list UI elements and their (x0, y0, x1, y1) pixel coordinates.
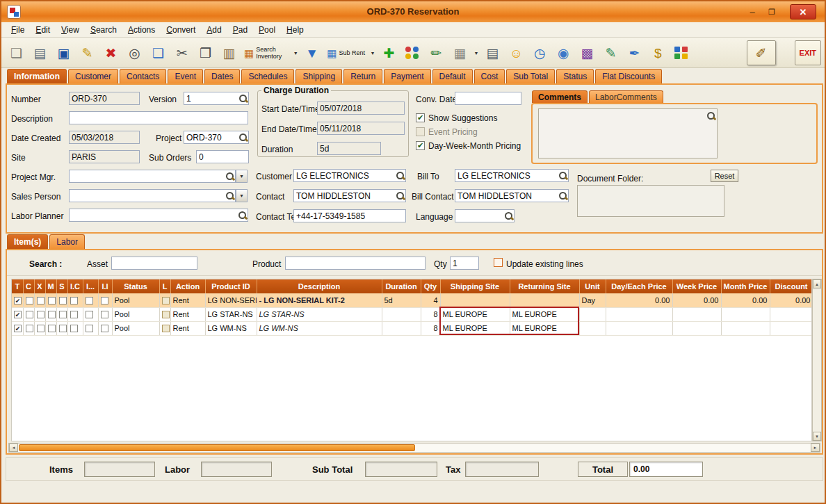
document-folder-box[interactable] (577, 185, 724, 217)
col-header-i-c[interactable]: I.C (67, 279, 83, 293)
col-header-duration[interactable]: Duration (382, 279, 421, 293)
tab-dates[interactable]: Dates (204, 69, 240, 83)
product-search-input[interactable] (285, 257, 426, 270)
copy-button[interactable]: ❐ (194, 40, 217, 65)
col-header-s[interactable]: S (56, 279, 67, 293)
col-header-action[interactable]: Action (170, 279, 205, 293)
bill-contact-field[interactable] (455, 189, 569, 202)
comments-textarea[interactable] (538, 108, 718, 158)
menu-file[interactable]: File (6, 24, 30, 36)
delete-button[interactable]: ✖ (99, 40, 122, 65)
row-checkbox[interactable] (48, 297, 56, 304)
cell-discount[interactable]: 0.00 (770, 293, 812, 307)
date-created-field[interactable] (69, 131, 140, 144)
edit-note-button[interactable]: ✏ (425, 40, 448, 65)
cell-product_id[interactable]: LG WM-NS (205, 321, 257, 335)
tab-labor[interactable]: Labor (49, 234, 85, 249)
col-header-returning-site[interactable]: Returning Site (510, 279, 579, 293)
row-checkbox[interactable] (70, 311, 78, 318)
cell-month_price[interactable] (721, 321, 770, 335)
col-header-t[interactable]: T (12, 279, 23, 293)
col-header-day-each-price[interactable]: Day/Each Price (606, 279, 672, 293)
search-inventory-dropdown-arrow[interactable]: ▼ (291, 41, 300, 65)
labor-planner-search-icon[interactable] (238, 211, 247, 220)
project-mgr-dropdown[interactable]: ▼ (236, 170, 248, 183)
save-button[interactable]: ▣ (52, 40, 75, 65)
row-checkbox[interactable] (37, 311, 44, 318)
col-header-week-price[interactable]: Week Price (672, 279, 721, 293)
sales-person-field[interactable] (69, 189, 236, 202)
item-row[interactable]: ✔PoolRentLG NON-SERIA...- LG NON-SERIAL … (12, 293, 812, 307)
tab-flat-discounts[interactable]: Flat Discounts (595, 69, 662, 83)
col-header-status[interactable]: Status (112, 279, 159, 293)
cut-scissors-button[interactable]: ✂ (170, 40, 193, 65)
event-pricing-checkbox[interactable] (416, 127, 425, 136)
menu-add[interactable]: Add (201, 24, 227, 36)
day-week-month-checkbox[interactable]: ✔ (416, 141, 425, 150)
row-checkbox[interactable] (59, 311, 67, 318)
qty-input[interactable] (450, 257, 479, 270)
bill-to-field[interactable] (455, 169, 569, 182)
cell-day_each_price[interactable]: 0.00 (606, 293, 672, 307)
sub-orders-field[interactable] (196, 150, 249, 163)
edit-notepad-button[interactable]: ✎ (599, 40, 622, 65)
grid-menu-button[interactable]: ▦ (448, 40, 471, 65)
colored-balls-button[interactable] (401, 40, 424, 65)
menu-pool[interactable]: Pool (253, 24, 281, 36)
exit-button[interactable]: EXIT (795, 40, 821, 65)
number-field[interactable] (69, 92, 140, 105)
col-header-description[interactable]: Description (257, 279, 382, 293)
duration-field[interactable] (317, 142, 381, 155)
clock-button[interactable]: ◷ (528, 40, 551, 65)
tab-contacts[interactable]: Contacts (120, 69, 166, 83)
search-inventory-button[interactable]: ▦Search Inventory (241, 40, 291, 65)
cell-unit[interactable] (579, 307, 606, 321)
new-document-button[interactable]: ❏ (5, 40, 28, 65)
bill-contact-search-icon[interactable] (558, 191, 567, 200)
cell-unit[interactable]: Day (579, 293, 606, 307)
customer-field[interactable] (293, 169, 406, 182)
col-header-unit[interactable]: Unit (579, 279, 606, 293)
conv-date-field[interactable] (455, 92, 521, 105)
menu-convert[interactable]: Convert (161, 24, 201, 36)
cell-day_each_price[interactable] (606, 307, 672, 321)
title-bar[interactable]: ORD-370 Reservation – ❐ ✕ (1, 1, 825, 22)
row-checkbox[interactable] (48, 325, 56, 332)
sub-rent-dropdown-arrow[interactable]: ▼ (369, 41, 377, 65)
tab-sub-total[interactable]: Sub Total (506, 69, 555, 83)
cell-returning_site[interactable]: ML EUROPE (510, 321, 579, 335)
smiley-button[interactable]: ☺ (505, 40, 528, 65)
cell-description[interactable]: LG STAR-NS (257, 307, 382, 321)
show-suggestions-checkbox[interactable]: ✔ (416, 113, 425, 122)
money-button[interactable]: $ (647, 40, 670, 65)
tab-schedules[interactable]: Schedules (241, 69, 294, 83)
sub-rent-button[interactable]: ▦Sub Rent (324, 40, 368, 65)
cell-week_price[interactable] (672, 321, 721, 335)
contact-search-icon[interactable] (396, 191, 405, 200)
row-checkbox[interactable] (101, 297, 108, 304)
cell-month_price[interactable]: 0.00 (721, 293, 770, 307)
tab-comments[interactable]: Comments (532, 90, 588, 103)
contact-field[interactable] (293, 189, 406, 202)
scroll-right-arrow[interactable]: ► (811, 444, 820, 452)
row-checkbox[interactable] (70, 325, 78, 332)
cell-duration[interactable]: 5d (382, 293, 421, 307)
cell-month_price[interactable] (721, 307, 770, 321)
row-checkbox[interactable]: ✔ (14, 297, 22, 304)
col-header-i-[interactable]: I... (83, 279, 98, 293)
cell-duration[interactable] (382, 321, 421, 335)
row-checkbox[interactable] (26, 325, 33, 332)
cell-returning_site[interactable] (510, 293, 579, 307)
menu-help[interactable]: Help (281, 24, 309, 36)
row-checkbox[interactable]: ✔ (14, 325, 22, 332)
tab-information[interactable]: Information (7, 69, 67, 83)
language-search-icon[interactable] (504, 211, 513, 220)
col-header-l[interactable]: L (159, 279, 170, 293)
cell-week_price[interactable]: 0.00 (672, 293, 721, 307)
update-existing-checkbox[interactable] (494, 258, 503, 267)
cell-product_id[interactable]: LG STAR-NS (205, 307, 257, 321)
maximize-button[interactable]: ❐ (763, 4, 780, 19)
row-checkbox[interactable] (48, 311, 56, 318)
row-checkbox[interactable] (59, 325, 67, 332)
cell-returning_site[interactable]: ML EUROPE (510, 307, 579, 321)
